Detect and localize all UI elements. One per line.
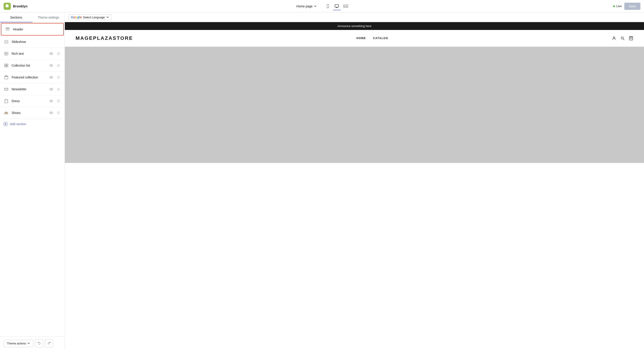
tab-sections[interactable]: Sections [0,12,32,22]
rich-text-icon [4,51,9,56]
topbar: Brooklyn Home page Live Save [0,0,644,12]
svg-point-61 [59,112,59,112]
svg-point-50 [58,90,58,90]
theme-actions-button[interactable]: Theme actions [4,340,33,347]
svg-point-39 [59,76,59,77]
svg-rect-2 [335,4,338,7]
collection-list-icon [4,63,9,68]
preview-frame: Announce something here MAGEPLAZASTORE H… [65,22,644,350]
section-label-collection-list: Collection list [12,64,46,67]
search-icon[interactable] [620,36,625,40]
nav-item-home[interactable]: HOME [356,37,366,40]
account-icon[interactable] [612,36,616,40]
section-item-collection-list[interactable]: Collection list [0,60,64,71]
visibility-btn-newsletter[interactable] [48,86,54,92]
mobile-view-btn[interactable] [324,2,332,10]
featured-collection-icon [4,75,9,80]
google-translate-bar[interactable]: Google Select Language [68,14,111,20]
drag-btn-featured-collection[interactable] [56,75,61,80]
svg-point-32 [59,65,59,66]
svg-point-18 [58,52,58,53]
drag-btn-shoes[interactable] [56,110,61,116]
page-dropdown[interactable]: Home page [296,4,316,8]
announcement-bar: Announce something here [65,22,644,30]
section-actions-dress [48,98,61,104]
svg-point-21 [59,53,59,54]
cart-icon[interactable] [629,36,633,40]
drag-btn-newsletter[interactable] [56,86,61,92]
add-section-row[interactable]: Add section [0,119,64,129]
section-item-dress[interactable]: Dress [0,95,64,107]
svg-point-22 [58,54,58,55]
svg-rect-24 [5,64,6,65]
preview-toolbar: Google Select Language [65,12,644,22]
section-item-header[interactable]: Header [1,23,64,35]
svg-point-64 [58,113,58,114]
announcement-text: Announce something here [338,24,372,28]
add-section-icon [4,122,8,126]
desktop-view-btn[interactable] [333,2,341,10]
theme-actions-label: Theme actions [7,342,26,345]
shopify-logo [4,3,11,10]
svg-rect-7 [6,29,10,29]
svg-rect-11 [5,40,8,42]
section-item-rich-text[interactable]: Rich text [0,48,64,60]
store-hero [65,47,644,163]
store-logo-area: Brooklyn [4,3,28,10]
live-label: Live [616,4,622,8]
svg-point-65 [59,113,59,114]
translate-label: Select Language [83,16,105,19]
drag-btn-dress[interactable] [56,98,61,104]
svg-point-58 [59,102,59,102]
section-item-newsletter[interactable]: Newsletter [0,83,64,95]
visibility-btn-featured-collection[interactable] [48,75,54,80]
svg-point-56 [59,101,59,101]
svg-point-51 [59,90,59,90]
svg-point-33 [58,66,58,67]
header-icon [5,26,10,32]
section-label-newsletter: Newsletter [12,87,46,91]
sidebar-sections: Header Slideshow Rich text [0,22,64,336]
svg-point-37 [51,77,52,78]
nav-icons [612,36,633,40]
topbar-right: Live Save [613,3,640,10]
section-item-featured-collection[interactable]: Featured collection [0,71,64,83]
drag-btn-collection-list[interactable] [56,63,61,68]
undo-button[interactable] [35,339,43,347]
shoes-icon [4,110,9,116]
store-name: Brooklyn [13,4,28,8]
svg-point-63 [59,113,59,113]
svg-point-30 [59,64,59,65]
section-label-shoes: Shoes [12,111,46,115]
save-button[interactable]: Save [624,3,640,10]
visibility-btn-dress[interactable] [48,98,54,104]
tab-theme-settings[interactable]: Theme settings [32,12,65,22]
svg-point-54 [59,100,59,100]
section-item-shoes[interactable]: Shoes [0,107,64,119]
widescreen-view-btn[interactable] [342,2,350,10]
section-label-dress: Dress [12,99,46,103]
translate-dropdown-icon [106,16,109,18]
drag-btn-rich-text[interactable] [56,51,61,56]
svg-point-34 [59,66,59,67]
slideshow-icon [4,39,9,44]
nav-item-catalog[interactable]: CATALOG [373,37,388,40]
section-actions-featured-collection [48,75,61,80]
section-label-featured-collection: Featured collection [12,75,46,79]
svg-point-17 [51,53,52,54]
svg-point-20 [58,53,58,54]
section-actions-collection-list [48,63,61,68]
visibility-btn-collection-list[interactable] [48,63,54,68]
section-label-slideshow: Slideshow [12,40,61,43]
svg-point-70 [621,37,624,39]
theme-actions-chevron [27,342,30,345]
visibility-btn-rich-text[interactable] [48,51,54,56]
redo-button[interactable] [45,339,53,347]
svg-point-23 [59,54,59,55]
svg-point-19 [59,52,59,53]
visibility-btn-shoes[interactable] [48,110,54,116]
section-item-slideshow[interactable]: Slideshow [0,36,64,48]
preview-area: Google Select Language Announce somethin… [65,12,644,350]
live-indicator: Live [613,4,622,8]
svg-point-55 [58,101,58,101]
